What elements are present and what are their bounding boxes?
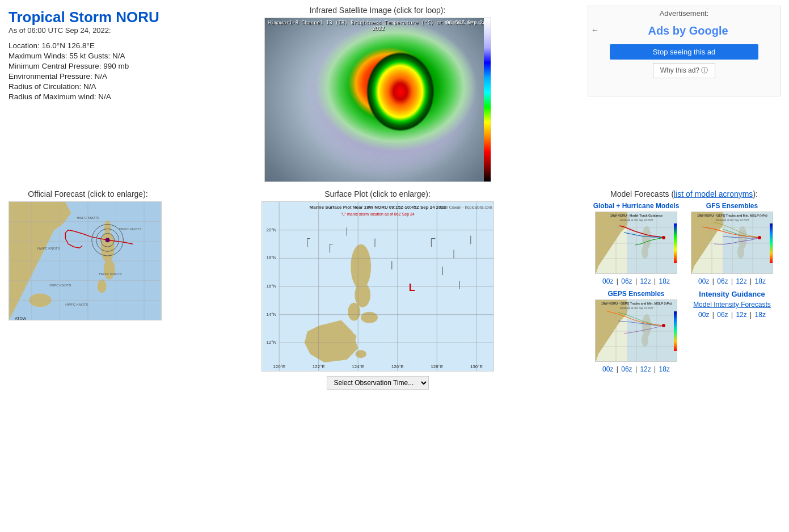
model-acronyms-link[interactable]: list of model acronyms — [674, 189, 753, 199]
intensity-06z-link[interactable]: 06z — [717, 311, 728, 319]
svg-text:126°E: 126°E — [391, 364, 403, 369]
global-hurricane-title: Global + Hurricane Models — [590, 202, 682, 210]
svg-text:ATOW: ATOW — [15, 316, 27, 320]
svg-point-32 — [348, 303, 360, 321]
svg-point-35 — [343, 332, 356, 341]
svg-text:Initialized at 06z Sep 24 2022: Initialized at 06z Sep 24 2022 — [619, 307, 653, 310]
geps-ensembles-item: GEPS Ensembles — [590, 290, 682, 373]
min-pressure-line: Minimum Central Pressure: 990 mb — [9, 62, 167, 70]
geps-ensembles-links: 00z | 06z | 12z | 18z — [590, 365, 682, 373]
surface-plot-svg: 20°N 18°N 16°N 14°N 12°N 120°E 122°E 124… — [262, 202, 493, 371]
storm-title: Tropical Storm NORU — [9, 9, 167, 26]
global-hurricane-model-item: Global + Hurricane Models — [590, 202, 682, 285]
intensity-links: 00z | 06z | 12z | 18z — [686, 311, 778, 319]
gfs-12z-link[interactable]: 12z — [736, 277, 746, 285]
svg-text:Initialized at 06z Sep 24 2022: Initialized at 06z Sep 24 2022 — [619, 219, 653, 222]
svg-rect-123 — [674, 311, 677, 351]
svg-text:HWFC KNOTS: HWFC KNOTS — [77, 216, 99, 219]
official-forecast-section: Official Forecast (click to enlarge): — [9, 189, 167, 390]
official-forecast-title: Official Forecast (click to enlarge): — [9, 189, 167, 199]
svg-text:HWFC KNOTS: HWFC KNOTS — [49, 284, 71, 287]
intensity-12z-link[interactable]: 12z — [736, 311, 746, 319]
svg-point-21 — [106, 238, 110, 242]
storm-info-panel: Tropical Storm NORU As of 06:00 UTC Sep … — [9, 6, 167, 184]
geps-18z-link[interactable]: 18z — [659, 365, 670, 373]
svg-point-88 — [662, 236, 665, 239]
svg-text:20°N: 20°N — [266, 227, 276, 233]
svg-point-6 — [98, 280, 107, 293]
gfs-06z-link[interactable]: 06z — [717, 277, 728, 285]
official-forecast-map[interactable]: ATOW HWFC KNOTS HWFC KNOTS HWFC KNOTS HW… — [9, 201, 162, 320]
svg-text:HWFC KNOTS: HWFC KNOTS — [119, 227, 141, 231]
env-pressure-line: Environmental Pressure: N/A — [9, 72, 167, 81]
model-forecasts-title: Model Forecasts (list of model acronyms)… — [590, 189, 778, 199]
svg-point-7 — [104, 221, 111, 234]
as-of-label: As of 06:00 UTC Sep 24, 2022: — [9, 26, 167, 35]
svg-text:124°E: 124°E — [352, 364, 364, 369]
surface-plot-inner: 20°N 18°N 16°N 14°N 12°N 120°E 122°E 124… — [262, 202, 493, 371]
svg-text:12°N: 12°N — [266, 340, 276, 345]
intensity-18z-link[interactable]: 18z — [755, 311, 766, 319]
svg-text:128°E: 128°E — [431, 364, 443, 369]
global-06z-link[interactable]: 06z — [621, 277, 632, 285]
ir-satellite-image — [265, 18, 491, 181]
stop-seeing-ad-button[interactable]: Stop seeing this ad — [610, 44, 758, 60]
geps-ensembles-chart: 18W NORU - GEPS Tracks and Min. MSLP (hP… — [596, 300, 677, 362]
infrared-image[interactable]: Himawari-8 Channel 13 (IR) Brightness Te… — [264, 18, 491, 182]
intensity-guidance-title: Intensity Guidance — [686, 290, 778, 298]
geps-ensembles-title: GEPS Ensembles — [590, 290, 682, 298]
geps-ensembles-image[interactable]: 18W NORU - GEPS Tracks and Min. MSLP (hP… — [595, 299, 677, 362]
gfs-00z-link[interactable]: 00z — [698, 277, 709, 285]
svg-text:120°E: 120°E — [273, 364, 285, 369]
gfs-18z-link[interactable]: 18z — [755, 277, 766, 285]
geps-06z-link[interactable]: 06z — [621, 365, 632, 373]
ad-back-arrow[interactable]: ← — [591, 26, 599, 35]
global-00z-link[interactable]: 00z — [602, 277, 613, 285]
svg-text:Marine Surface Plot Near 18W N: Marine Surface Plot Near 18W NORU 09:15Z… — [309, 205, 446, 210]
intensity-00z-link[interactable]: 00z — [698, 311, 709, 319]
model-forecasts-section: Model Forecasts (list of model acronyms)… — [588, 189, 780, 390]
surface-plot-map[interactable]: 20°N 18°N 16°N 14°N 12°N 120°E 122°E 124… — [261, 201, 494, 371]
svg-text:18W NORU - Model Track Guidanc: 18W NORU - Model Track Guidance — [610, 214, 663, 217]
gfs-ensembles-image[interactable]: 18W NORU - GEFS Tracks and Min. MSLP (hP… — [691, 212, 773, 274]
svg-rect-107 — [770, 223, 773, 263]
global-hurricane-image[interactable]: 18W NORU - Model Track Guidance Initiali… — [595, 212, 677, 274]
svg-point-34 — [361, 312, 378, 323]
svg-text:18°N: 18°N — [266, 255, 276, 260]
radius-circ-line: Radius of Circulation: N/A — [9, 82, 167, 91]
svg-text:16°N: 16°N — [266, 284, 276, 289]
svg-point-5 — [104, 259, 115, 280]
observation-time-select[interactable]: Select Observation Time... — [327, 376, 429, 390]
gfs-ensembles-links: 00z | 06z | 12z | 18z — [686, 277, 778, 285]
svg-point-120 — [662, 324, 665, 327]
svg-point-36 — [355, 350, 366, 358]
svg-text:HWFC KNOTS: HWFC KNOTS — [99, 272, 122, 276]
global-12z-link[interactable]: 12z — [640, 277, 651, 285]
svg-text:18W NORU - GEFS Tracks and Min: 18W NORU - GEFS Tracks and Min. MSLP (hP… — [697, 214, 767, 217]
model-intensity-forecasts-link[interactable]: Model Intensity Forecasts — [686, 301, 778, 309]
forecast-map-svg: ATOW HWFC KNOTS HWFC KNOTS HWFC KNOTS HW… — [9, 202, 161, 320]
svg-text:130°E: 130°E — [470, 364, 482, 369]
svg-text:122°E: 122°E — [312, 364, 324, 369]
why-this-ad-label[interactable]: Why this ad? ⓘ — [653, 63, 716, 78]
svg-text:14°N: 14°N — [266, 312, 276, 317]
advertisement-title: Advertisement: — [591, 9, 777, 18]
infrared-section: Infrared Satellite Image (click for loop… — [173, 6, 582, 184]
gfs-ensembles-title: GFS Ensembles — [686, 202, 778, 210]
infrared-title: Infrared Satellite Image (click for loop… — [173, 6, 582, 15]
global-hurricane-chart: 18W NORU - Model Track Guidance Initiali… — [596, 212, 677, 274]
gfs-ensembles-chart: 18W NORU - GEFS Tracks and Min. MSLP (hP… — [691, 212, 773, 274]
svg-text:HWFC KNOTS: HWFC KNOTS — [65, 303, 88, 306]
intensity-guidance-item: Intensity Guidance Model Intensity Forec… — [686, 290, 778, 373]
svg-point-104 — [758, 236, 761, 239]
model-grid: Global + Hurricane Models — [590, 202, 778, 373]
geps-00z-link[interactable]: 00z — [602, 365, 613, 373]
ads-by-google-label: Ads by Google — [591, 24, 777, 37]
svg-point-30 — [351, 244, 371, 289]
global-18z-link[interactable]: 18z — [659, 277, 670, 285]
svg-rect-91 — [674, 223, 677, 263]
svg-text:Levi Cowan - tropicalbits.com: Levi Cowan - tropicalbits.com — [441, 205, 492, 210]
max-winds-line: Maximum Winds: 55 kt Gusts: N/A — [9, 52, 167, 60]
geps-12z-link[interactable]: 12z — [640, 365, 651, 373]
advertisement-panel: Advertisement: ← Ads by Google Stop seei… — [588, 6, 780, 96]
